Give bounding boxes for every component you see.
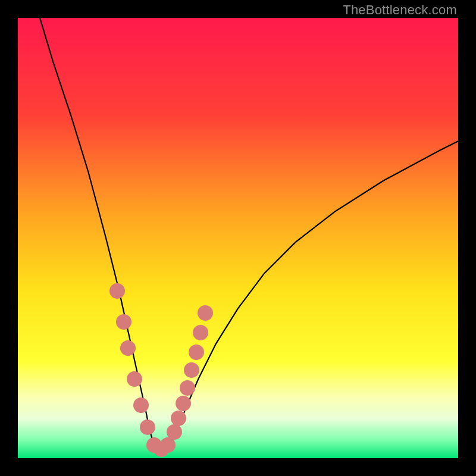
highlight-marker <box>193 325 208 340</box>
highlight-marker <box>109 283 125 299</box>
highlight-marker <box>120 340 136 356</box>
highlight-marker <box>180 380 195 396</box>
bottleneck-curve <box>40 18 458 449</box>
chart-frame: TheBottleneck.com <box>0 0 476 476</box>
highlight-marker <box>167 424 182 440</box>
highlight-marker <box>116 314 131 330</box>
watermark-text: TheBottleneck.com <box>343 2 457 18</box>
highlight-marker <box>189 345 204 360</box>
plot-area <box>18 18 458 458</box>
highlight-marker <box>198 305 213 321</box>
curve-layer <box>18 18 458 458</box>
highlight-marker <box>160 437 176 453</box>
highlight-marker <box>127 371 142 387</box>
highlight-marker <box>176 396 191 411</box>
